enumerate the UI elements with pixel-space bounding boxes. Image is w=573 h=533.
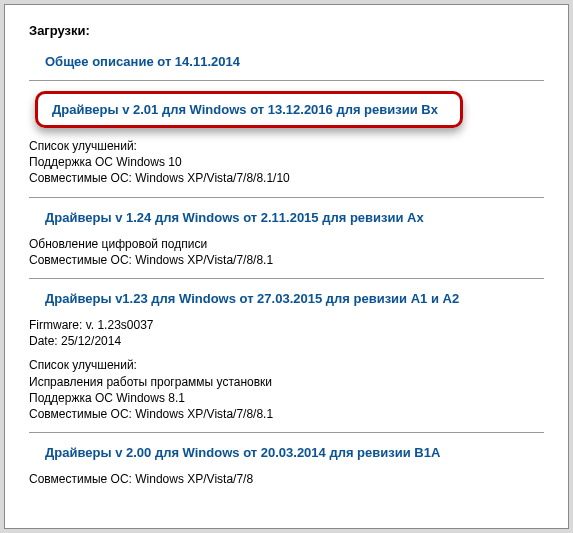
download-item: Драйверы v 2.01 для Windows от 13.12.201… <box>45 91 544 128</box>
divider <box>29 432 544 433</box>
desc-line: Поддержка ОС Windows 8.1 <box>29 390 544 406</box>
download-link-driver-201[interactable]: Драйверы v 2.01 для Windows от 13.12.201… <box>35 91 463 128</box>
download-item: Общее описание от 14.11.2014 <box>45 52 544 70</box>
desc-line: Список улучшений: <box>29 138 544 154</box>
content-panel: Загрузки: Общее описание от 14.11.2014 Д… <box>4 4 569 529</box>
desc-line: Firmware: v. 1.23s0037 <box>29 317 544 333</box>
page-title: Загрузки: <box>29 23 544 38</box>
download-link-driver-124[interactable]: Драйверы v 1.24 для Windows от 2.11.2015… <box>45 210 424 225</box>
download-link-driver-200[interactable]: Драйверы v 2.00 для Windows от 20.03.201… <box>45 445 440 460</box>
desc-line: Совместимые ОС: Windows XP/Vista/7/8 <box>29 471 544 487</box>
download-description: Firmware: v. 1.23s0037 Date: 25/12/2014 … <box>29 317 544 422</box>
download-description: Список улучшений: Поддержка ОС Windows 1… <box>29 138 544 187</box>
download-description: Совместимые ОС: Windows XP/Vista/7/8 <box>29 471 544 487</box>
desc-line: Список улучшений: <box>29 357 544 373</box>
divider <box>29 197 544 198</box>
window-frame: Загрузки: Общее описание от 14.11.2014 Д… <box>0 0 573 533</box>
desc-line: Date: 25/12/2014 <box>29 333 544 349</box>
download-link-driver-123[interactable]: Драйверы v1.23 для Windows от 27.03.2015… <box>45 291 459 306</box>
spacer <box>29 349 544 357</box>
download-item: Драйверы v 1.24 для Windows от 2.11.2015… <box>45 208 544 226</box>
desc-line: Совместимые ОС: Windows XP/Vista/7/8/8.1 <box>29 406 544 422</box>
download-link-overview[interactable]: Общее описание от 14.11.2014 <box>45 54 240 69</box>
divider <box>29 278 544 279</box>
desc-line: Обновление цифровой подписи <box>29 236 544 252</box>
desc-line: Совместимые ОС: Windows XP/Vista/7/8/8.1… <box>29 170 544 186</box>
download-description: Обновление цифровой подписи Совместимые … <box>29 236 544 268</box>
desc-line: Совместимые ОС: Windows XP/Vista/7/8/8.1 <box>29 252 544 268</box>
download-item: Драйверы v1.23 для Windows от 27.03.2015… <box>45 289 544 307</box>
desc-line: Поддержка ОС Windows 10 <box>29 154 544 170</box>
download-item: Драйверы v 2.00 для Windows от 20.03.201… <box>45 443 544 461</box>
divider <box>29 80 544 81</box>
desc-line: Исправления работы программы установки <box>29 374 544 390</box>
